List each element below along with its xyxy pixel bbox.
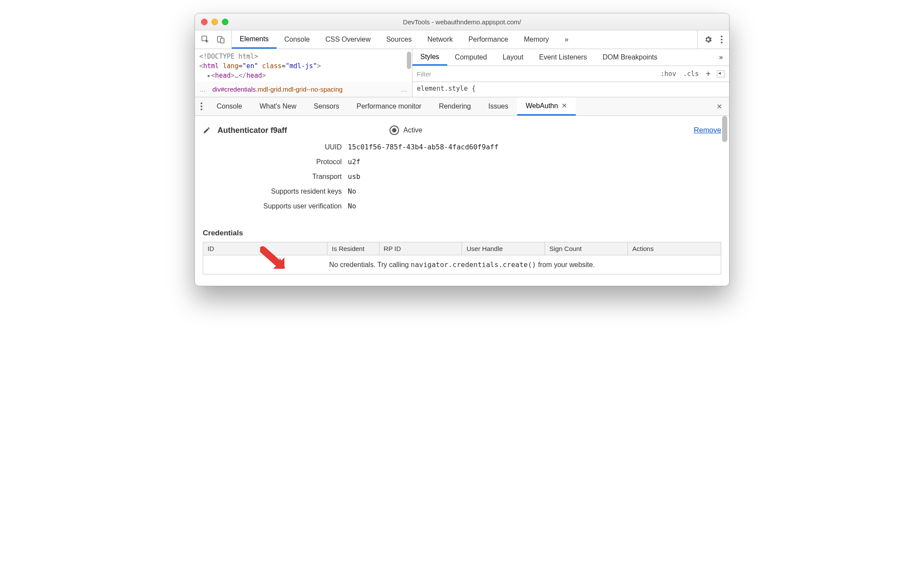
breadcrumb-path[interactable]: div#credentials.mdl-grid.mdl-grid--no-sp… <box>212 86 343 93</box>
devtools-window: DevTools - webauthndemo.appspot.com/ Ele… <box>195 13 729 286</box>
styles-filter-input[interactable] <box>412 66 657 82</box>
inspect-icon[interactable] <box>201 35 210 44</box>
credentials-heading: Credentials <box>203 229 721 238</box>
authenticator-properties: UUID15c01f56-785f-43b4-ab58-4facd60f9aff… <box>203 143 721 217</box>
cls-toggle[interactable]: .cls <box>680 70 702 78</box>
tab-network[interactable]: Network <box>419 30 461 49</box>
prop-label-protocol: Protocol <box>203 158 348 166</box>
kebab-menu-icon[interactable] <box>720 35 723 44</box>
prop-label-user-verification: Supports user verification <box>203 202 348 210</box>
drawer-tab-console[interactable]: Console <box>208 97 251 116</box>
tab-event-listeners[interactable]: Event Listeners <box>531 49 594 66</box>
dom-breadcrumb[interactable]: … div#credentials.mdl-grid.mdl-grid--no-… <box>195 82 412 97</box>
authenticator-name: Authenticator f9aff <box>218 126 287 135</box>
tab-console[interactable]: Console <box>277 30 318 49</box>
drawer-tabs: Console What's New Sensors Performance m… <box>195 97 729 116</box>
prop-label-resident-keys: Supports resident keys <box>203 188 348 195</box>
panel-vertical-scrollbar[interactable] <box>722 116 727 142</box>
minimize-window-button[interactable] <box>211 19 218 25</box>
drawer-menu-icon[interactable] <box>195 97 208 116</box>
webauthn-panel: Authenticator f9aff Active Remove UUID15… <box>195 116 729 286</box>
main-tabs: Elements Console CSS Overview Sources Ne… <box>232 30 576 49</box>
styles-panel: Styles Computed Layout Event Listeners D… <box>412 49 729 97</box>
new-style-rule-button[interactable]: + <box>702 69 714 79</box>
breadcrumb-next[interactable]: … <box>401 86 408 93</box>
tab-performance[interactable]: Performance <box>461 30 516 49</box>
drawer-tab-webauthn-label: WebAuthn <box>526 102 558 110</box>
prop-value-transport: usb <box>348 172 360 181</box>
empty-text-post: from your website. <box>536 261 595 268</box>
tab-memory[interactable]: Memory <box>516 30 557 49</box>
tab-css-overview[interactable]: CSS Overview <box>317 30 378 49</box>
dom-vertical-scrollbar[interactable] <box>407 52 411 69</box>
close-window-button[interactable] <box>201 19 208 25</box>
drawer-tab-rendering[interactable]: Rendering <box>430 97 480 116</box>
toggle-sidebar-icon[interactable] <box>717 70 725 77</box>
styles-tabs: Styles Computed Layout Event Listeners D… <box>412 49 729 66</box>
tab-elements[interactable]: Elements <box>232 30 277 49</box>
settings-gear-icon[interactable] <box>704 35 713 44</box>
main-toolbar: Elements Console CSS Overview Sources Ne… <box>195 30 729 49</box>
prop-value-user-verification: No <box>348 202 356 210</box>
svg-point-6 <box>201 102 202 104</box>
active-radio[interactable] <box>389 125 399 135</box>
empty-text-code: navigator.credentials.create() <box>411 261 536 269</box>
active-label: Active <box>403 126 422 134</box>
drawer-tab-issues[interactable]: Issues <box>479 97 517 116</box>
tab-sources[interactable]: Sources <box>378 30 419 49</box>
authenticator-header: Authenticator f9aff Active Remove <box>203 125 721 135</box>
col-sign-count[interactable]: Sign Count <box>545 242 628 255</box>
empty-text-pre: No credentials. Try calling <box>329 261 411 268</box>
window-controls <box>195 19 228 25</box>
element-style-block[interactable]: element.style { <box>412 82 729 95</box>
remove-link[interactable]: Remove <box>694 126 721 135</box>
svg-rect-2 <box>221 38 224 43</box>
drawer-tab-sensors[interactable]: Sensors <box>305 97 348 116</box>
styles-filter-row: :hov .cls + <box>412 66 729 82</box>
zoom-window-button[interactable] <box>222 19 228 25</box>
col-user-handle[interactable]: User Handle <box>462 242 545 255</box>
breadcrumb-prev[interactable]: … <box>199 86 206 93</box>
drawer-tab-whats-new[interactable]: What's New <box>251 97 305 116</box>
credentials-empty-row: No credentials. Try calling navigator.cr… <box>203 255 721 274</box>
col-id[interactable]: ID <box>203 242 327 255</box>
tab-dom-breakpoints[interactable]: DOM Breakpoints <box>595 49 665 66</box>
svg-point-8 <box>201 109 202 110</box>
drawer-close-icon[interactable]: ✕ <box>710 97 729 116</box>
prop-value-protocol: u2f <box>348 158 360 166</box>
svg-point-5 <box>721 42 723 43</box>
tab-layout[interactable]: Layout <box>495 49 531 66</box>
drawer-tab-webauthn[interactable]: WebAuthn ✕ <box>517 97 576 116</box>
prop-label-uuid: UUID <box>203 143 348 151</box>
window-title: DevTools - webauthndemo.appspot.com/ <box>195 18 729 26</box>
col-actions[interactable]: Actions <box>628 242 721 255</box>
col-rp-id[interactable]: RP ID <box>379 242 462 255</box>
hov-toggle[interactable]: :hov <box>657 70 680 78</box>
drawer-tab-performance-monitor[interactable]: Performance monitor <box>348 97 430 116</box>
edit-pencil-icon[interactable] <box>203 126 211 134</box>
tab-styles[interactable]: Styles <box>412 49 447 66</box>
svg-point-4 <box>721 39 723 40</box>
styles-tabs-overflow[interactable]: » <box>713 49 729 66</box>
credentials-table: ID Is Resident RP ID User Handle Sign Co… <box>203 242 721 274</box>
svg-point-7 <box>201 106 202 107</box>
prop-value-uuid: 15c01f56-785f-43b4-ab58-4facd60f9aff <box>348 143 498 151</box>
close-tab-icon[interactable]: ✕ <box>561 102 567 110</box>
col-is-resident[interactable]: Is Resident <box>327 242 379 255</box>
device-toggle-icon[interactable] <box>217 35 225 44</box>
prop-value-resident-keys: No <box>348 187 356 195</box>
tabs-overflow[interactable]: » <box>557 30 576 49</box>
dom-source: <!DOCTYPE html> <html lang="en" class="m… <box>195 49 412 80</box>
svg-point-3 <box>721 36 723 37</box>
prop-label-transport: Transport <box>203 173 348 181</box>
tab-computed[interactable]: Computed <box>447 49 495 66</box>
titlebar: DevTools - webauthndemo.appspot.com/ <box>195 13 729 30</box>
